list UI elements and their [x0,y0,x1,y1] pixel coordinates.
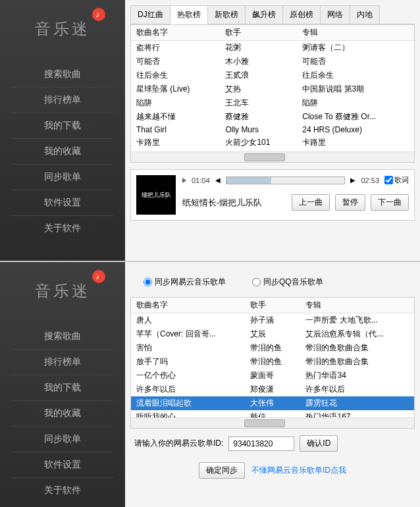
horizontal-scrollbar[interactable] [131,417,414,428]
playlist-id-input[interactable] [228,437,294,451]
confirm-id-button[interactable]: 确认ID [300,435,338,452]
prev-button[interactable]: 上一曲 [292,194,330,211]
progress-bar[interactable] [226,176,346,184]
song-table-wrap: 歌曲名字歌手专辑 盗将行花粥粥请客（二）可能否木小雅可能否往后余生王贰浪往后余生… [130,24,415,163]
nav-item[interactable]: 我的收藏 [12,139,113,165]
nav-item[interactable]: 我的下载 [12,113,113,139]
nav-item[interactable]: 关于软件 [12,478,113,503]
app-logo: 音乐迷 ♪ [0,262,125,317]
table-row[interactable]: 唐人孙子涵一声所爱 大地飞歌... [131,313,414,328]
player-panel: 烟把儿乐队 01:04 ◀ ▶ 02:53 歌词 纸短情长-烟把儿乐队 上一曲 [130,169,415,221]
confirm-sync-button[interactable]: 确定同步 [199,462,245,479]
music-icon: ♪ [92,8,105,21]
play-icon [182,178,186,183]
horizontal-scrollbar[interactable] [131,151,414,162]
nav-item[interactable]: 搜索歌曲 [12,62,113,88]
table-row[interactable]: 害怕带泪的鱼带泪的鱼歌曲合集 [131,341,414,355]
column-header[interactable]: 歌手 [220,25,297,41]
nav-item[interactable]: 搜索歌曲 [12,324,113,350]
nav-item[interactable]: 排行榜单 [12,88,113,113]
sidebar: 音乐迷 ♪ 搜索歌曲排行榜单我的下载我的收藏同步歌单软件设置关于软件 [0,0,125,261]
table-row[interactable]: 盗将行花粥粥请客（二） [131,41,414,55]
table-row[interactable]: 一亿个伤心蒙面哥热门华语34 [131,369,414,383]
table-row[interactable]: 芊芊（Cover: 回音哥...艾辰艾辰治愈系专辑（代... [131,327,414,341]
tab[interactable]: 网络 [320,5,350,24]
nav-item[interactable]: 我的下载 [12,375,113,401]
album-art: 烟把儿乐队 [136,175,176,215]
seek-prev-icon[interactable]: ◀ [215,176,221,184]
tab[interactable]: 飙升榜 [245,5,283,24]
nav-item[interactable]: 软件设置 [12,190,113,216]
radio-netease[interactable]: 同步网易云音乐歌单 [144,277,226,288]
tab[interactable]: 原创榜 [282,5,321,24]
column-header[interactable]: 专辑 [300,298,414,313]
app-logo: 音乐迷 ♪ [0,0,125,55]
time-current: 01:04 [192,176,210,184]
table-row[interactable]: 陷阱王北车陷阱 [131,96,414,110]
time-total: 02:53 [361,176,379,184]
sync-table-wrap: 歌曲名字歌手专辑 唐人孙子涵一声所爱 大地飞歌...芊芊（Cover: 回音哥.… [130,297,415,429]
lyric-checkbox[interactable]: 歌词 [384,175,409,185]
pause-button[interactable]: 暂停 [335,194,365,211]
column-header[interactable]: 歌手 [245,298,301,313]
table-row[interactable]: That GirlOlly Murs24 HRS (Deluxe) [131,124,414,136]
main-panel: DJ红曲热歌榜新歌榜飙升榜原创榜网络内地 歌曲名字歌手专辑 盗将行花粥粥请客（二… [125,0,420,261]
song-table[interactable]: 歌曲名字歌手专辑 盗将行花粥粥请客（二）可能否木小雅可能否往后余生王贰浪往后余生… [131,25,414,163]
tab[interactable]: 新歌榜 [207,5,246,24]
table-row[interactable]: 越来越不懂蔡健雅Close To 蔡健雅 Or... [131,110,414,124]
nav-item[interactable]: 排行榜单 [12,350,113,375]
nav-item[interactable]: 我的收藏 [12,401,113,427]
sync-song-table[interactable]: 歌曲名字歌手专辑 唐人孙子涵一声所爱 大地飞歌...芊芊（Cover: 回音哥.… [131,298,414,429]
sidebar: 音乐迷 ♪ 搜索歌曲排行榜单我的下载我的收藏同步歌单软件设置关于软件 [0,262,125,507]
nav-item[interactable]: 同步歌单 [12,427,113,452]
tab[interactable]: DJ红曲 [130,5,171,24]
id-prompt-label: 请输入你的网易云歌单ID: [134,438,223,449]
music-icon: ♪ [92,270,105,283]
table-row[interactable]: 许多年以后郑俊潇许多年以后 [131,383,414,396]
nav-item[interactable]: 同步歌单 [12,165,113,190]
table-row[interactable]: 放手了吗带泪的鱼带泪的鱼歌曲合集 [131,355,414,369]
main-panel-sync: 同步网易云音乐歌单 同步QQ音乐歌单 歌曲名字歌手专辑 唐人孙子涵一声所爱 大地… [125,262,420,507]
table-row[interactable]: 星球坠落 (Live)艾热中国新说唱 第3期 [131,82,414,96]
table-row[interactable]: 往后余生王贰浪往后余生 [131,68,414,82]
table-row[interactable]: 流着眼泪唱起歌大张伟霹雳狂花 [131,396,414,410]
help-link[interactable]: 不懂网易云音乐歌单ID点我 [251,465,346,476]
table-row[interactable]: 可能否木小雅可能否 [131,55,414,68]
seek-next-icon[interactable]: ▶ [350,176,355,184]
next-button[interactable]: 下一曲 [371,194,409,211]
nav-item[interactable]: 软件设置 [12,452,113,478]
tab-bar: DJ红曲热歌榜新歌榜飙升榜原创榜网络内地 [130,5,415,24]
column-header[interactable]: 歌曲名字 [131,298,245,313]
sync-source-options: 同步网易云音乐歌单 同步QQ音乐歌单 [130,267,415,297]
id-input-row: 请输入你的网易云歌单ID: 确认ID [130,429,415,458]
now-playing-title: 纸短情长-烟把儿乐队 [182,197,286,209]
nav-item[interactable]: 关于软件 [12,216,113,241]
column-header[interactable]: 专辑 [297,25,414,41]
tab[interactable]: 内地 [350,5,380,24]
table-row[interactable]: 卡路里火箭少女101卡路里 [131,136,414,149]
radio-qq[interactable]: 同步QQ音乐歌单 [252,277,323,288]
tab[interactable]: 热歌榜 [170,5,208,24]
column-header[interactable]: 歌曲名字 [131,25,220,41]
